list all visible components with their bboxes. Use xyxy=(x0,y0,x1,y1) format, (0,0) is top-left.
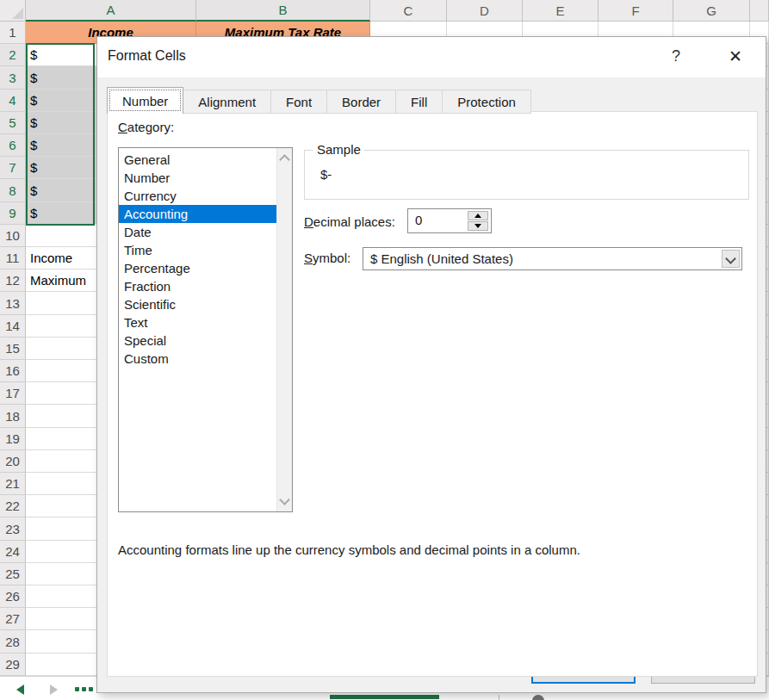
category-listbox[interactable]: GeneralNumberCurrencyAccountingDateTimeP… xyxy=(118,147,293,512)
column-header[interactable] xyxy=(750,0,769,22)
close-icon[interactable]: ✕ xyxy=(723,44,747,68)
row-header[interactable]: 4 xyxy=(0,90,26,112)
prev-sheet-icon[interactable] xyxy=(16,685,24,695)
row-header[interactable]: 24 xyxy=(0,541,26,563)
decimal-places-label: Decimal places: xyxy=(304,214,395,229)
sample-groupbox: Sample $- xyxy=(304,150,749,200)
tab-protection[interactable]: Protection xyxy=(442,90,531,114)
row-header[interactable]: 18 xyxy=(0,405,26,428)
symbol-label: Symbol: xyxy=(304,251,350,265)
category-item-custom[interactable]: Custom xyxy=(119,350,276,368)
row-header[interactable]: 16 xyxy=(0,360,26,382)
select-all-corner[interactable] xyxy=(0,0,26,22)
decimal-places-input[interactable]: 0 xyxy=(407,208,492,233)
spin-down-button[interactable] xyxy=(468,221,488,231)
sample-value: $- xyxy=(320,167,332,182)
tab-number[interactable]: Number xyxy=(107,87,183,114)
row-header[interactable]: 14 xyxy=(0,315,26,338)
tab-fill[interactable]: Fill xyxy=(395,90,443,114)
sheet-tab-separator xyxy=(499,695,499,700)
column-header[interactable]: C xyxy=(370,0,447,22)
row-header[interactable]: 21 xyxy=(0,473,26,495)
selection-range-border xyxy=(26,43,95,226)
category-item-special[interactable]: Special xyxy=(119,331,276,350)
dialog-title: Format Cells xyxy=(108,48,186,64)
row-header[interactable]: 10 xyxy=(0,225,26,247)
tab-font[interactable]: Font xyxy=(270,90,327,114)
row-header[interactable]: 19 xyxy=(0,428,26,450)
row-header[interactable]: 7 xyxy=(0,157,26,179)
category-item-number[interactable]: Number xyxy=(119,169,276,187)
format-description: Accounting formats line up the currency … xyxy=(118,542,580,557)
category-list-items: GeneralNumberCurrencyAccountingDateTimeP… xyxy=(119,151,276,368)
spin-up-icon xyxy=(474,214,481,218)
help-icon[interactable]: ? xyxy=(666,46,686,66)
row-header[interactable]: 27 xyxy=(0,608,26,630)
format-cells-dialog: Format Cells ? ✕ NumberAlignmentFontBord… xyxy=(96,36,766,693)
row-header[interactable]: 22 xyxy=(0,495,26,517)
row-header[interactable]: 11 xyxy=(0,247,26,269)
active-sheet-tab-underline[interactable] xyxy=(330,695,439,699)
tab-border[interactable]: Border xyxy=(326,90,396,114)
row-header[interactable]: 9 xyxy=(0,202,26,225)
decimal-places-value: 0 xyxy=(415,213,422,227)
excel-window: ABCDEFG 12345678910111213141516171819202… xyxy=(0,0,769,700)
column-header[interactable]: F xyxy=(598,0,673,22)
bottom-control-circle xyxy=(532,695,544,700)
dialog-tabstrip: NumberAlignmentFontBorderFillProtection xyxy=(107,87,530,114)
row-header[interactable]: 29 xyxy=(0,654,26,676)
row-header[interactable]: 23 xyxy=(0,517,26,541)
row-header[interactable]: 20 xyxy=(0,450,26,473)
row-header[interactable]: 2 xyxy=(0,44,26,66)
category-item-time[interactable]: Time xyxy=(119,241,276,259)
spin-down-icon xyxy=(474,224,481,228)
row-header[interactable]: 13 xyxy=(0,292,26,315)
category-item-scientific[interactable]: Scientific xyxy=(119,295,276,313)
column-header[interactable]: E xyxy=(523,0,598,22)
scroll-up-icon[interactable] xyxy=(279,154,290,165)
row-header[interactable]: 6 xyxy=(0,134,26,157)
category-item-date[interactable]: Date xyxy=(119,223,276,241)
chevron-down-icon xyxy=(725,253,736,264)
dialog-titlebar[interactable]: Format Cells ? ✕ xyxy=(97,37,766,77)
next-sheet-icon[interactable] xyxy=(50,685,58,695)
number-tab-page: Category: GeneralNumberCurrencyAccountin… xyxy=(107,111,758,677)
row-header[interactable]: 3 xyxy=(0,66,26,90)
row-header[interactable]: 1 xyxy=(0,22,26,44)
category-item-currency[interactable]: Currency xyxy=(119,187,276,205)
category-item-general[interactable]: General xyxy=(119,151,276,169)
row-header[interactable]: 8 xyxy=(0,179,26,202)
scroll-down-icon[interactable] xyxy=(279,494,290,505)
category-item-fraction[interactable]: Fraction xyxy=(119,277,276,295)
listbox-scrollbar[interactable] xyxy=(276,148,292,511)
category-item-percentage[interactable]: Percentage xyxy=(119,259,276,277)
row-header[interactable]: 25 xyxy=(0,563,26,585)
column-header[interactable]: A xyxy=(26,0,196,22)
row-header[interactable]: 28 xyxy=(0,630,26,654)
category-item-text[interactable]: Text xyxy=(119,313,276,331)
decimal-spinner xyxy=(468,211,488,231)
spin-up-button[interactable] xyxy=(468,211,488,220)
row-header[interactable]: 5 xyxy=(0,112,26,134)
dropdown-button[interactable] xyxy=(722,250,740,268)
column-headers: ABCDEFG xyxy=(26,0,769,22)
symbol-value: $ English (United States) xyxy=(370,251,513,266)
category-label: Category: xyxy=(118,120,174,134)
sheet-list-ellipsis-icon[interactable] xyxy=(75,687,93,691)
sample-label: Sample xyxy=(313,142,364,157)
column-header[interactable]: G xyxy=(673,0,750,22)
symbol-dropdown[interactable]: $ English (United States) xyxy=(363,247,742,270)
row-header[interactable]: 26 xyxy=(0,585,26,608)
column-header[interactable]: D xyxy=(447,0,523,22)
column-header[interactable]: B xyxy=(196,0,370,22)
row-header[interactable]: 15 xyxy=(0,338,26,360)
category-item-accounting[interactable]: Accounting xyxy=(119,205,276,223)
row-header[interactable]: 12 xyxy=(0,269,26,292)
tab-alignment[interactable]: Alignment xyxy=(183,90,271,114)
row-header[interactable]: 17 xyxy=(0,382,26,405)
